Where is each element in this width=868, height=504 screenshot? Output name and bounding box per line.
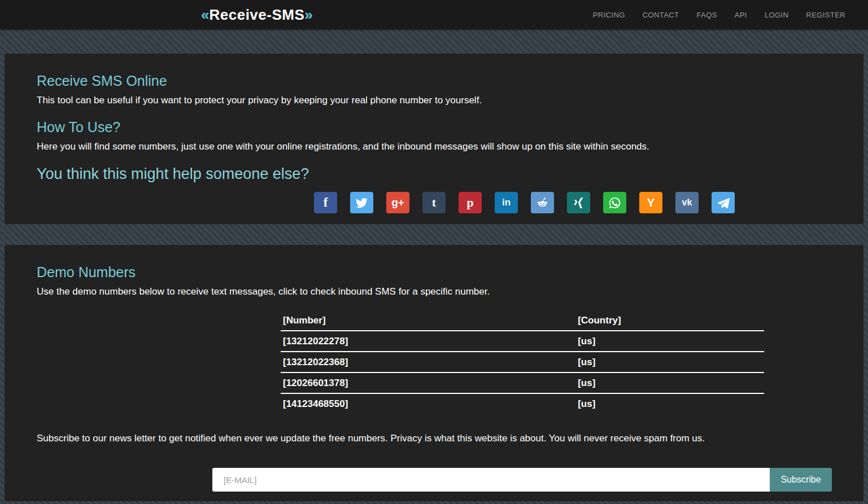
share-yahoo-button[interactable]: Y [639, 192, 662, 213]
table-row[interactable]: [13212022278] [us] [281, 331, 764, 352]
yahoo-icon: Y [647, 196, 655, 209]
table-header-row: [Number] [Country] [281, 310, 764, 331]
newsletter-form: Subscribe [212, 468, 832, 492]
google-plus-icon: g+ [391, 196, 404, 209]
newsletter-text: Subscribe to our news letter to get noti… [37, 433, 831, 444]
share-facebook-button[interactable]: f [314, 192, 337, 213]
linkedin-icon: in [502, 197, 511, 208]
country-cell: [us] [575, 331, 764, 352]
demo-numbers-table: [Number] [Country] [13212022278] [us] [1… [281, 310, 764, 414]
share-vk-button[interactable]: vk [675, 192, 699, 213]
share-reddit-button[interactable] [531, 192, 554, 213]
share-whatsapp-button[interactable] [603, 192, 626, 213]
share-heading: You think this might help someone else? [37, 165, 831, 183]
share-tumblr-button[interactable]: t [422, 192, 446, 213]
table-row[interactable]: [14123468550] [us] [281, 393, 764, 414]
page: «Receive-SMS» PRICING CONTACT FAQS API L… [0, 0, 868, 504]
nav-link-contact[interactable]: CONTACT [643, 11, 679, 19]
country-cell: [us] [575, 352, 764, 372]
email-input[interactable] [212, 468, 770, 492]
intro-panel: Receive SMS Online This tool can be usef… [5, 54, 863, 224]
brand-chevron-right: » [304, 6, 312, 23]
share-pinterest-button[interactable]: p [459, 192, 482, 213]
share-google-plus-button[interactable]: g+ [386, 192, 409, 213]
table-row[interactable]: [12026601378] [us] [281, 372, 764, 393]
country-column-header: [Country] [575, 310, 764, 331]
number-cell[interactable]: [13212022278] [281, 331, 575, 352]
twitter-icon [355, 196, 368, 209]
number-column-header: [Number] [281, 310, 575, 331]
vk-icon: vk [682, 198, 692, 208]
nav-link-pricing[interactable]: PRICING [593, 11, 625, 19]
reddit-icon [536, 196, 549, 209]
facebook-icon: f [324, 195, 328, 210]
table-row[interactable]: [13212022368] [us] [281, 352, 764, 372]
country-cell: [us] [575, 393, 764, 414]
xing-icon [572, 196, 585, 209]
nav-link-faqs[interactable]: FAQS [696, 11, 717, 19]
share-linkedin-button[interactable]: in [495, 192, 518, 213]
social-share-row: f g+ t p in [314, 192, 831, 213]
nav-link-api[interactable]: API [735, 11, 747, 19]
country-cell: [us] [575, 372, 764, 393]
demo-numbers-panel: Demo Numbers Use the demo numbers below … [5, 245, 863, 501]
number-cell[interactable]: [12026601378] [281, 372, 575, 393]
brand-chevron-left: « [201, 6, 209, 23]
whatsapp-icon [608, 196, 621, 209]
intro-text: This tool can be useful if you want to p… [37, 95, 831, 106]
tumblr-icon: t [432, 195, 436, 210]
how-to-use-text: Here you will find some numbers, just us… [37, 141, 831, 152]
telegram-icon [717, 196, 730, 209]
share-twitter-button[interactable] [350, 192, 373, 213]
how-to-use-heading: How To Use? [37, 119, 831, 135]
number-cell[interactable]: [14123468550] [281, 393, 575, 414]
intro-heading: Receive SMS Online [37, 73, 831, 89]
brand-name: Receive-SMS [209, 6, 304, 23]
pinterest-icon: p [466, 195, 473, 210]
share-telegram-button[interactable] [712, 192, 735, 213]
nav-links: PRICING CONTACT FAQS API LOGIN REGISTER [593, 11, 845, 19]
share-xing-button[interactable] [567, 192, 590, 213]
nav-link-login[interactable]: LOGIN [765, 11, 788, 19]
navbar: «Receive-SMS» PRICING CONTACT FAQS API L… [0, 0, 868, 29]
demo-numbers-heading: Demo Numbers [37, 264, 831, 281]
brand-logo[interactable]: «Receive-SMS» [201, 6, 313, 24]
nav-link-register[interactable]: REGISTER [806, 11, 845, 19]
subscribe-button[interactable]: Subscribe [770, 468, 832, 492]
demo-numbers-text: Use the demo numbers below to receive te… [37, 286, 831, 297]
number-cell[interactable]: [13212022368] [281, 352, 575, 372]
